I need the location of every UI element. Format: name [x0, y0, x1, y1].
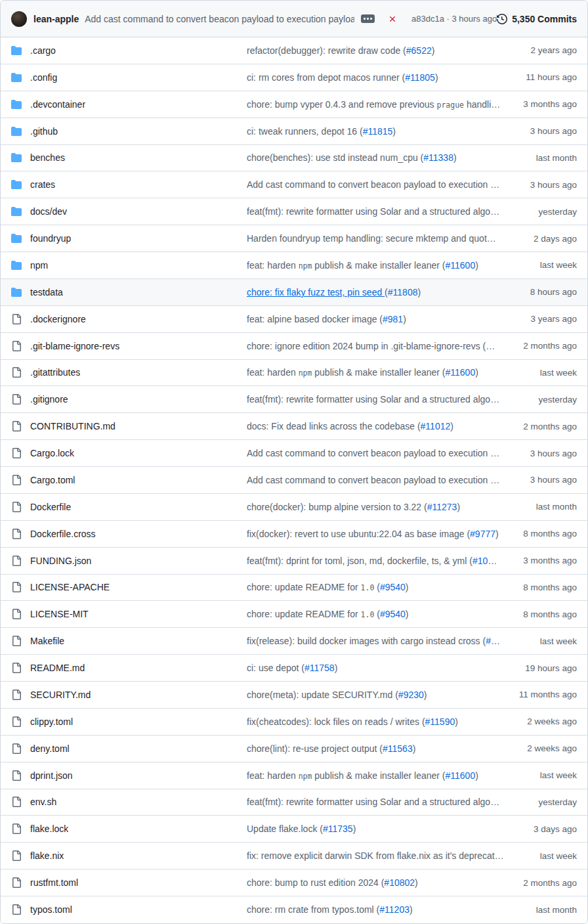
pr-link[interactable]: #11600 — [446, 367, 476, 378]
pr-link[interactable]: #… — [486, 636, 500, 646]
table-row[interactable]: .git-blame-ignore-revs chore: ignore edi… — [1, 333, 587, 360]
commit-message[interactable]: feat: harden npm publish & make installe… — [247, 770, 540, 781]
pr-link[interactable]: #981 — [383, 314, 403, 324]
avatar[interactable] — [11, 11, 27, 27]
commit-message[interactable]: feat(fmt): rewrite formatter using Solar… — [247, 394, 538, 405]
table-row[interactable]: .devcontainer chore: bump vyper 0.4.3 an… — [1, 91, 587, 118]
table-row[interactable]: CONTRIBUTING.md docs: Fix dead links acr… — [1, 413, 587, 440]
commit-message[interactable]: chore: ignore edition 2024 bump in .git-… — [247, 341, 523, 351]
commit-message[interactable]: feat(fmt): dprint for toml, json, md, do… — [247, 556, 523, 566]
file-name-link[interactable]: flake.nix — [30, 850, 64, 861]
commit-message[interactable]: feat(fmt): rewrite formatter using Solar… — [247, 206, 538, 217]
file-name-link[interactable]: Cargo.toml — [30, 475, 75, 485]
status-failure-icon[interactable] — [388, 14, 397, 24]
file-name-link[interactable]: Dockerfile.cross — [30, 529, 96, 539]
file-name-link[interactable]: env.sh — [30, 797, 56, 807]
file-name-link[interactable]: README.md — [30, 663, 85, 673]
commit-message[interactable]: chore: bump vyper 0.4.3 and remove previ… — [247, 99, 523, 110]
pr-link[interactable]: #11563 — [383, 743, 413, 754]
file-name-link[interactable]: benches — [30, 152, 65, 163]
pr-link[interactable]: #11600 — [446, 260, 476, 271]
table-row[interactable]: foundryup Harden foundryup temp handling… — [1, 225, 587, 252]
pr-link[interactable]: #9777 — [470, 529, 495, 539]
pr-link[interactable]: #6522 — [406, 45, 432, 56]
pr-link[interactable]: #11758 — [304, 663, 335, 673]
file-name-link[interactable]: flake.lock — [30, 824, 68, 834]
commit-message[interactable]: ci: tweak runners, depot 16 (#11815) — [247, 126, 530, 137]
pr-link[interactable]: #10802 — [384, 877, 415, 888]
pr-link[interactable]: #11273 — [427, 502, 457, 512]
commit-message[interactable]: fix(cheatcodes): lock files on reads / w… — [247, 716, 527, 727]
table-row[interactable]: LICENSE-MIT chore: update README for 1.0… — [1, 601, 587, 628]
commit-message-link[interactable]: chore: fix flaky fuzz test, pin seed — [247, 287, 385, 297]
file-name-link[interactable]: Cargo.lock — [30, 448, 74, 458]
commit-message[interactable]: feat(fmt): rewrite formatter using Solar… — [247, 797, 538, 807]
commit-message[interactable]: feat: harden npm publish & make installe… — [247, 260, 540, 271]
file-name-link[interactable]: Makefile — [30, 636, 64, 646]
file-name-link[interactable]: .git-blame-ignore-revs — [30, 341, 119, 351]
file-name-link[interactable]: docs/dev — [30, 206, 67, 217]
table-row[interactable]: .gitignore feat(fmt): rewrite formatter … — [1, 386, 587, 413]
table-row[interactable]: docs/dev feat(fmt): rewrite formatter us… — [1, 198, 587, 225]
table-row[interactable]: flake.nix fix: remove explicit darwin SD… — [1, 843, 587, 869]
table-row[interactable]: npm feat: harden npm publish & make inst… — [1, 252, 587, 279]
commit-message[interactable]: Update flake.lock (#11735) — [247, 824, 534, 834]
table-row[interactable]: env.sh feat(fmt): rewrite formatter usin… — [1, 789, 587, 816]
table-row[interactable]: .gitattributes feat: harden npm publish … — [1, 360, 587, 387]
table-row[interactable]: FUNDING.json feat(fmt): dprint for toml,… — [1, 548, 587, 575]
file-name-link[interactable]: Dockerfile — [30, 502, 71, 512]
file-name-link[interactable]: .config — [30, 72, 57, 83]
file-name-link[interactable]: testdata — [30, 287, 63, 297]
pr-link[interactable]: #11735 — [323, 824, 353, 834]
pr-link[interactable]: #11600 — [446, 770, 476, 781]
file-name-link[interactable]: typos.toml — [30, 904, 72, 915]
table-row[interactable]: dprint.json feat: harden npm publish & m… — [1, 762, 587, 789]
table-row[interactable]: flake.lock Update flake.lock (#11735) 3 … — [1, 816, 587, 843]
pr-link[interactable]: #9540 — [380, 609, 406, 619]
table-row[interactable]: README.md ci: use depot (#11758) 19 hour… — [1, 655, 587, 682]
commit-message[interactable]: chore: rm crate from typos.toml (#11203) — [247, 904, 536, 915]
file-name-link[interactable]: foundryup — [30, 233, 71, 244]
commit-message[interactable]: chore: update README for 1.0 (#9540) — [247, 582, 523, 592]
table-row[interactable]: SECURITY.md chore(meta): update SECURITY… — [1, 682, 587, 709]
commit-message[interactable]: docs: Fix dead links across the codebase… — [247, 421, 523, 431]
commit-message[interactable]: Add cast command to convert beacon paylo… — [247, 475, 530, 485]
table-row[interactable]: Dockerfile.cross fix(docker): revert to … — [1, 521, 587, 548]
table-row[interactable]: typos.toml chore: rm crate from typos.to… — [1, 896, 587, 923]
table-row[interactable]: .dockerignore feat: alpine based docker … — [1, 306, 587, 333]
commit-message[interactable]: chore(lint): re-use project output (#115… — [247, 743, 527, 754]
commit-message[interactable]: chore(meta): update SECURITY.md (#9230) — [247, 690, 519, 700]
commit-message[interactable]: chore: bump to rust edition 2024 (#10802… — [247, 877, 523, 888]
file-name-link[interactable]: CONTRIBUTING.md — [30, 421, 116, 431]
file-name-link[interactable]: npm — [30, 260, 48, 271]
commits-count-link[interactable]: 5,350 Commits — [497, 14, 577, 24]
commit-message[interactable]: chore(docker): bump alpine version to 3.… — [247, 502, 536, 512]
file-name-link[interactable]: rustfmt.toml — [30, 877, 78, 888]
table-row[interactable]: testdata chore: fix flaky fuzz test, pin… — [1, 279, 587, 306]
commit-message[interactable]: chore(benches): use std instead num_cpu … — [247, 152, 536, 163]
commit-message[interactable]: fix: remove explicit darwin SDK from fla… — [247, 850, 540, 861]
pr-link[interactable]: #11338 — [423, 152, 453, 163]
commit-author-link[interactable]: lean-apple — [33, 14, 79, 24]
pr-link[interactable]: #11808 — [388, 287, 418, 297]
table-row[interactable]: Dockerfile chore(docker): bump alpine ve… — [1, 494, 587, 521]
file-name-link[interactable]: LICENSE-MIT — [30, 609, 89, 619]
table-row[interactable]: .config ci: rm cores from depot macos ru… — [1, 64, 587, 91]
file-name-link[interactable]: .dockerignore — [30, 314, 86, 324]
table-row[interactable]: benches chore(benches): use std instead … — [1, 145, 587, 172]
commit-message[interactable]: chore: update README for 1.0 (#9540) — [247, 609, 523, 619]
commit-message-link[interactable]: Add cast command to convert beacon paylo… — [85, 14, 354, 24]
pr-link[interactable]: #11012 — [421, 421, 451, 431]
table-row[interactable]: Cargo.lock Add cast command to convert b… — [1, 440, 587, 467]
file-name-link[interactable]: .gitignore — [30, 394, 68, 405]
commit-message[interactable]: fix(release): build docker images with c… — [247, 636, 540, 646]
pr-link[interactable]: #9230 — [398, 690, 424, 700]
table-row[interactable]: Makefile fix(release): build docker imag… — [1, 628, 587, 655]
pr-link[interactable]: #11805 — [405, 72, 435, 83]
pr-link[interactable]: #9540 — [380, 582, 406, 592]
pr-link[interactable]: #11815 — [363, 126, 393, 137]
file-name-link[interactable]: clippy.toml — [30, 716, 73, 727]
commit-message[interactable]: fix(docker): revert to use ubuntu:22.04 … — [247, 529, 523, 539]
commit-message[interactable]: chore: fix flaky fuzz test, pin seed (#1… — [247, 287, 530, 297]
table-row[interactable]: crates Add cast command to convert beaco… — [1, 171, 587, 198]
